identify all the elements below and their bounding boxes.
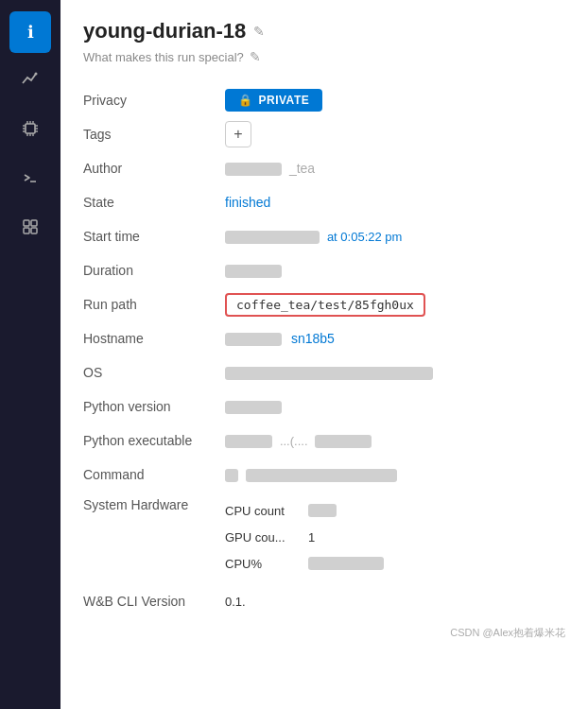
edit-title-icon[interactable]: ✎ (253, 24, 265, 39)
run-title-row: young-durian-18 ✎ (83, 19, 565, 43)
gpu-count-label: GPU cou... (225, 530, 301, 545)
sidebar-item-terminal[interactable] (9, 159, 51, 200)
python-executable-label: Python executable (83, 433, 225, 448)
system-hardware-value: CPU count GPU cou... 1 CPU% (225, 497, 565, 577)
privacy-label: Privacy (83, 93, 225, 108)
run-subtitle-text: What makes this run special? (83, 50, 244, 64)
os-row: OS (83, 355, 565, 389)
state-finished-text: finished (225, 195, 270, 210)
svg-rect-16 (31, 220, 37, 226)
cpu-percent-redacted (308, 557, 384, 570)
python-exec-redacted-2 (315, 435, 372, 448)
edit-subtitle-icon[interactable]: ✎ (250, 49, 261, 64)
hostname-partial: sn18b5 (291, 331, 335, 346)
hostname-value: sn18b5 (225, 331, 565, 346)
chip-icon (21, 119, 40, 143)
add-tag-button[interactable]: + (225, 121, 251, 147)
command-value (225, 467, 565, 482)
wb-cli-version: 0.1. (225, 595, 246, 609)
sidebar-item-info[interactable]: ℹ (9, 11, 51, 53)
tags-label: Tags (83, 127, 225, 142)
main-content: young-durian-18 ✎ What makes this run sp… (61, 0, 588, 709)
duration-label: Duration (83, 263, 225, 278)
sidebar-item-charts[interactable] (9, 61, 51, 102)
charts-icon (21, 70, 40, 94)
terminal-icon (21, 168, 40, 192)
sidebar: ℹ (0, 0, 61, 709)
start-time-row: Start time at 0:05:22 pm (83, 219, 565, 253)
start-time-redacted-1 (225, 231, 320, 244)
os-label: OS (83, 365, 225, 380)
os-value (225, 365, 565, 380)
artifacts-icon (21, 217, 40, 241)
hostname-label: Hostname (83, 331, 225, 346)
hostname-redacted-1 (225, 333, 282, 346)
run-subtitle-row: What makes this run special? ✎ (83, 49, 565, 64)
duration-row: Duration (83, 253, 565, 287)
sidebar-item-artifacts[interactable] (9, 208, 51, 250)
cpu-percent-label: CPU% (225, 557, 301, 571)
watermark: CSDN @Alex抱着爆米花 (83, 626, 565, 640)
privacy-badge-text: PRIVATE (259, 94, 310, 107)
tags-row: Tags + (83, 117, 565, 151)
run-path-text[interactable]: coffee_tea/test/85fgh0ux (225, 293, 425, 317)
wb-cli-value: 0.1. (225, 594, 565, 609)
plus-icon: + (233, 126, 242, 143)
system-hardware-row: System Hardware CPU count GPU cou... 1 (83, 492, 565, 580)
cpu-count-row: CPU count (225, 497, 565, 524)
command-label: Command (83, 467, 225, 482)
lock-icon: 🔒 (238, 94, 253, 107)
info-icon: ℹ (27, 22, 34, 43)
privacy-value: 🔒 PRIVATE (225, 89, 565, 112)
author-label: Author (83, 161, 225, 176)
command-redacted (246, 469, 397, 482)
privacy-row: Privacy 🔒 PRIVATE (83, 83, 565, 117)
author-value: _tea (225, 161, 565, 176)
duration-redacted (225, 265, 282, 278)
svg-point-0 (35, 72, 38, 75)
python-executable-value: ...(.... (225, 433, 565, 448)
state-row: State finished (83, 185, 565, 219)
command-row: Command (83, 458, 565, 492)
cpu-count-label: CPU count (225, 504, 301, 518)
svg-rect-1 (26, 124, 35, 133)
cpu-count-redacted (308, 504, 337, 517)
cpu-percent-row: CPU% (225, 550, 565, 577)
python-executable-row: Python executable ...(.... (83, 424, 565, 458)
svg-rect-17 (24, 228, 29, 233)
wb-cli-row: W&B CLI Version 0.1. (83, 584, 565, 618)
hostname-row: Hostname sn18b5 (83, 321, 565, 355)
run-path-row: Run path coffee_tea/test/85fgh0ux (83, 287, 565, 321)
duration-value (225, 263, 565, 278)
gpu-count-row: GPU cou... 1 (225, 524, 565, 550)
os-redacted (225, 367, 433, 380)
python-version-label: Python version (83, 399, 225, 414)
run-title: young-durian-18 (83, 19, 246, 43)
privacy-badge[interactable]: 🔒 PRIVATE (225, 89, 322, 112)
properties-table: Privacy 🔒 PRIVATE Tags + Author _tea (83, 83, 565, 618)
system-hardware-label: System Hardware (83, 497, 225, 512)
author-row: Author _tea (83, 151, 565, 185)
python-version-value (225, 399, 565, 414)
svg-rect-18 (31, 228, 37, 233)
python-exec-redacted-1 (225, 435, 272, 448)
state-label: State (83, 195, 225, 210)
run-path-label: Run path (83, 297, 225, 312)
svg-rect-15 (24, 220, 29, 226)
command-dash (225, 469, 238, 482)
watermark-text: CSDN @Alex抱着爆米花 (450, 627, 565, 638)
start-time-value: at 0:05:22 pm (225, 229, 565, 244)
python-version-row: Python version (83, 389, 565, 424)
python-version-redacted (225, 401, 282, 414)
wb-cli-label: W&B CLI Version (83, 594, 225, 609)
start-time-label: Start time (83, 229, 225, 244)
tags-value: + (225, 121, 565, 147)
run-path-value: coffee_tea/test/85fgh0ux (225, 293, 565, 317)
sidebar-item-hardware[interactable] (9, 110, 51, 151)
author-redacted-1 (225, 163, 282, 176)
gpu-count-value: 1 (308, 530, 315, 545)
state-value: finished (225, 195, 565, 210)
